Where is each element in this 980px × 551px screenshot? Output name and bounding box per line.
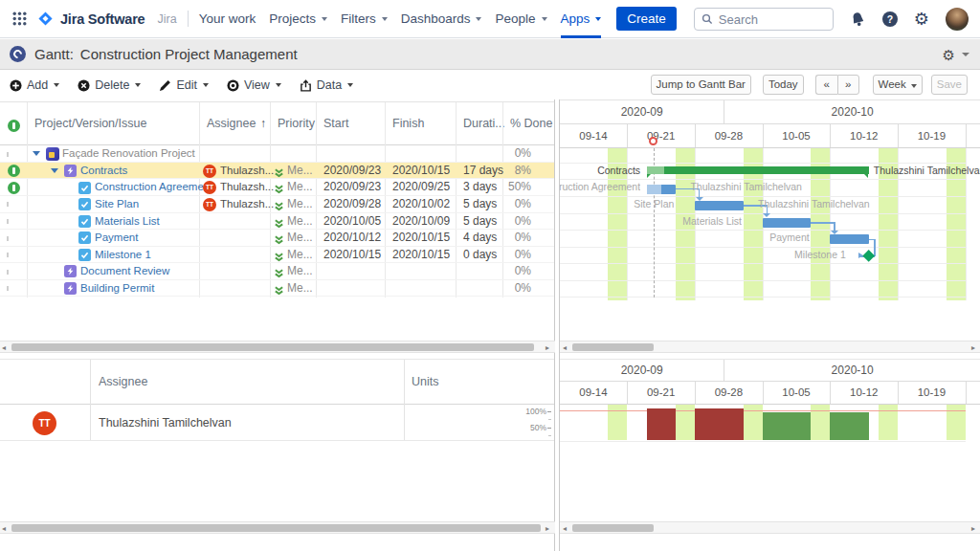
- gantt-bar-right-label: Thulazshini Tamilchelvan: [758, 196, 870, 213]
- issue-name[interactable]: Document Review: [80, 263, 169, 280]
- table-row[interactable]: Construction AgreementTTThulazsh...Me...…: [0, 179, 554, 196]
- column-header-units[interactable]: Units: [412, 360, 438, 404]
- toolbar-menu-delete[interactable]: Delete: [78, 78, 141, 92]
- issue-name[interactable]: Payment: [95, 230, 138, 247]
- timeline-month-label: 2020-10: [724, 360, 980, 382]
- nav-item-people[interactable]: People: [495, 0, 546, 38]
- histogram-bar-ok[interactable]: [830, 412, 868, 441]
- jira-logo-icon[interactable]: [37, 11, 54, 27]
- summary-bar[interactable]: [647, 166, 869, 174]
- issue-name[interactable]: Materials List: [95, 213, 160, 231]
- help-icon[interactable]: ?: [882, 11, 898, 27]
- column-header-assignee[interactable]: Assignee: [207, 102, 256, 144]
- gantt-chart-pane: 2020-092020-1009-1409-2109-2810-0510-121…: [559, 99, 980, 354]
- scrollbar-thumb[interactable]: [572, 343, 654, 352]
- user-avatar[interactable]: [946, 8, 969, 31]
- issue-name[interactable]: Site Plan: [95, 196, 139, 213]
- histogram-bar-ok[interactable]: [763, 412, 812, 441]
- issue-name[interactable]: Milestone 1: [95, 247, 151, 264]
- scrollbar-thumb[interactable]: [572, 524, 654, 533]
- search-input[interactable]: Search: [694, 8, 834, 31]
- timeline-week-row: 09-1409-2109-2810-0510-1210-19: [560, 124, 980, 148]
- project-avatar-icon: [46, 147, 59, 161]
- percent-done: 0%: [474, 263, 531, 280]
- chevron-down-icon: [911, 84, 917, 88]
- gantt-bar-left-label: Site Plan: [559, 196, 674, 213]
- horizontal-scrollbar[interactable]: ◂▸: [560, 521, 980, 534]
- nav-item-filters[interactable]: Filters: [341, 0, 388, 38]
- histogram-bar-over[interactable]: [647, 408, 676, 441]
- task-bar[interactable]: [647, 185, 676, 194]
- task-bar[interactable]: [695, 201, 744, 210]
- column-header-assignee[interactable]: Assignee: [99, 360, 147, 404]
- toolbar-menu-view[interactable]: View: [227, 78, 281, 92]
- create-button[interactable]: Create: [616, 7, 677, 31]
- toolbar-menus: AddDeleteEditViewData: [10, 71, 371, 99]
- scrollbar-left-arrow[interactable]: ◂: [563, 524, 567, 533]
- summary-cap-left: [647, 174, 651, 178]
- table-row[interactable]: Milestone 1Me...2020/10/152020/10/150 da…: [0, 247, 554, 264]
- issue-name[interactable]: Building Permit: [80, 280, 154, 298]
- issue-name[interactable]: Construction Agreement: [95, 179, 212, 196]
- nav-item-projects[interactable]: Projects: [269, 0, 327, 38]
- column-header-durati-[interactable]: Durati...: [463, 102, 505, 144]
- horizontal-scrollbar[interactable]: ◂▸: [0, 341, 555, 353]
- column-header-project-version-issue[interactable]: Project/Version/Issue: [34, 102, 146, 144]
- toolbar-button-save[interactable]: Save: [931, 75, 968, 95]
- column-header-priority[interactable]: Priority: [278, 102, 315, 144]
- table-row[interactable]: Document ReviewMe...0%: [0, 263, 554, 280]
- toolbar-button-»[interactable]: »: [837, 75, 859, 95]
- scrollbar-left-arrow[interactable]: ◂: [563, 343, 567, 352]
- scrollbar-left-arrow[interactable]: ◂: [2, 343, 6, 352]
- nav-item-apps[interactable]: Apps: [561, 0, 602, 38]
- toolbar-menu-data[interactable]: Data: [300, 78, 353, 92]
- row-drag-tick: [7, 253, 9, 257]
- units-scale-tick: [547, 428, 551, 429]
- table-row[interactable]: Site PlanTTThulazsh...Me...2020/09/28202…: [0, 196, 554, 213]
- expander-icon[interactable]: [33, 151, 40, 156]
- toolbar-button-today[interactable]: Today: [763, 75, 804, 95]
- finish-date: 2020/09/25: [392, 179, 450, 196]
- horizontal-scrollbar[interactable]: ◂▸: [560, 341, 980, 353]
- toolbar-menu-edit[interactable]: Edit: [159, 78, 209, 92]
- scrollbar-right-arrow[interactable]: ▸: [971, 343, 975, 352]
- nav-item-dashboards[interactable]: Dashboards: [401, 0, 482, 38]
- nav-divider: [188, 11, 189, 27]
- row-gridline: [560, 280, 966, 281]
- notifications-icon[interactable]: [850, 11, 866, 28]
- gadget-settings-gear-icon[interactable]: ⚙: [943, 47, 955, 64]
- settings-icon[interactable]: ⚙: [914, 11, 929, 28]
- histogram-bar-over[interactable]: [695, 408, 744, 441]
- scrollbar-thumb[interactable]: [11, 524, 541, 533]
- table-row[interactable]: Building PermitMe...0%: [0, 280, 554, 298]
- scrollbar-thumb[interactable]: [11, 343, 534, 352]
- table-row[interactable]: Materials ListMe...2020/10/052020/10/095…: [0, 213, 554, 231]
- toolbar-button-«[interactable]: «: [815, 75, 837, 95]
- scrollbar-left-arrow[interactable]: ◂: [2, 524, 6, 533]
- gadget-settings-caret-icon[interactable]: [962, 53, 969, 56]
- column-header-finish[interactable]: Finish: [392, 102, 424, 144]
- toolbar-button-week[interactable]: Week: [873, 75, 923, 95]
- product-name[interactable]: Jira Software: [60, 11, 145, 27]
- top-navigation: Jira Software Jira Your workProjectsFilt…: [0, 0, 980, 38]
- issue-name[interactable]: Contracts: [80, 163, 127, 180]
- scrollbar-right-arrow[interactable]: ▸: [971, 524, 975, 533]
- scrollbar-right-arrow[interactable]: ▸: [546, 343, 549, 352]
- column-header-start[interactable]: Start: [323, 102, 348, 144]
- table-header: Project/Version/IssueAssignee↑PrioritySt…: [0, 101, 554, 145]
- table-row[interactable]: Façade Renovation Project0%: [0, 145, 554, 163]
- toolbar-button-jump-to-gantt-bar[interactable]: Jump to Gantt Bar: [651, 75, 751, 95]
- issue-name[interactable]: Façade Renovation Project: [62, 145, 195, 163]
- app-switcher-icon[interactable]: [12, 11, 27, 26]
- horizontal-scrollbar[interactable]: ◂▸: [0, 521, 555, 534]
- task-bar[interactable]: [830, 234, 868, 244]
- column-header--done[interactable]: % Done: [510, 102, 552, 144]
- expander-icon[interactable]: [51, 168, 58, 173]
- scrollbar-right-arrow[interactable]: ▸: [546, 524, 549, 533]
- nav-item-your-work[interactable]: Your work: [199, 0, 256, 38]
- table-row[interactable]: ContractsTTThulazsh...Me...2020/09/23202…: [0, 163, 554, 180]
- jira-gantt-app: Jira Software Jira Your workProjectsFilt…: [0, 0, 980, 551]
- toolbar-menu-add[interactable]: Add: [10, 78, 59, 92]
- task-bar[interactable]: [763, 218, 812, 228]
- table-row[interactable]: PaymentMe...2020/10/122020/10/154 days0%: [0, 230, 554, 247]
